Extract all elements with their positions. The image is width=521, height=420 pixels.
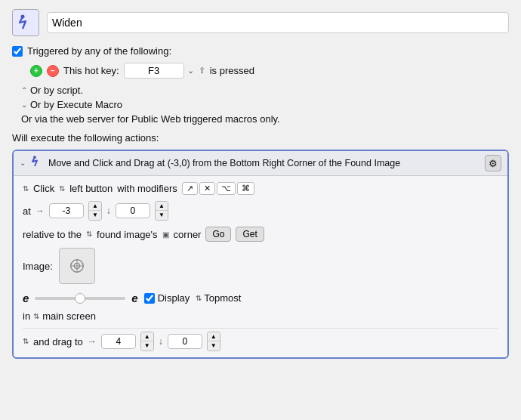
click-chevron[interactable]: ⇅ — [23, 185, 29, 193]
action-gear-btn[interactable]: ⚙ — [485, 155, 501, 171]
slider-left-label: e — [23, 292, 29, 304]
slider-right-label: e — [131, 292, 137, 304]
execute-macro-chevron[interactable]: ⌄ — [21, 101, 27, 109]
hotkey-label: This hot key: — [63, 65, 119, 76]
image-thumbnail[interactable] — [59, 248, 95, 284]
left-button-chevron[interactable]: ⇅ — [59, 185, 65, 193]
or-by-execute-macro-label: Or by Execute Macro — [30, 99, 122, 110]
drag-y-arrow-icon: ↓ — [159, 336, 163, 347]
action-body: ⇅ Click ⇅ left button with modifiers ↗ ✕… — [14, 176, 507, 357]
at-label: at — [23, 205, 31, 217]
mod-key-1[interactable]: ✕ — [199, 182, 215, 195]
modifiers-label: with modifiers — [117, 183, 177, 194]
triggered-label: Triggered by any of the following: — [27, 45, 171, 57]
y-stepper[interactable]: ▲ ▼ — [155, 201, 168, 221]
click-type-label: left button — [69, 183, 113, 194]
drag-x-stepper-down[interactable]: ▼ — [141, 341, 153, 351]
will-execute-label: Will execute the following actions: — [12, 132, 509, 144]
drag-y-input[interactable] — [168, 334, 202, 349]
image-row: Image: — [23, 248, 498, 284]
action-title: Move and Click and Drag at (-3,0) from t… — [48, 158, 400, 168]
display-checkbox[interactable] — [144, 293, 155, 304]
action-header: ⌄ Move and Click and Drag at (-3,0) from… — [14, 151, 507, 176]
drag-chevron[interactable]: ⇅ — [23, 338, 29, 345]
macro-icon — [12, 9, 39, 36]
action-collapse-btn[interactable]: ⌄ — [20, 159, 26, 167]
x-arrow-icon: → — [35, 205, 45, 216]
click-type-row: ⇅ Click ⇅ left button with modifiers ↗ ✕… — [23, 182, 498, 195]
screen-row: in ⇅ main screen — [23, 310, 498, 322]
corner-label: corner — [174, 229, 202, 240]
screen-in-label: in — [23, 310, 30, 322]
drag-y-stepper-down[interactable]: ▼ — [208, 341, 220, 351]
y-input[interactable] — [116, 203, 150, 218]
drag-y-stepper-up[interactable]: ▲ — [208, 332, 220, 341]
drag-to-label: and drag to — [33, 336, 83, 347]
relative-row: relative to the ⇅ found image's ▣ corner… — [23, 227, 498, 242]
display-check-row: Display — [144, 292, 190, 304]
is-pressed-label: is pressed — [210, 65, 254, 76]
web-server-row: Or via the web server for Public Web tri… — [21, 113, 509, 125]
triggered-checkbox[interactable] — [12, 46, 23, 57]
drag-x-stepper-up[interactable]: ▲ — [141, 332, 153, 341]
y-arrow-icon: ↓ — [106, 205, 111, 216]
topmost-chevron[interactable]: ⇅ — [196, 295, 202, 302]
drag-to-row: ⇅ and drag to → ▲ ▼ ↓ ▲ ▼ — [23, 332, 498, 351]
shift-icon: ⇧ — [199, 66, 205, 76]
drag-y-stepper[interactable]: ▲ ▼ — [207, 332, 220, 351]
drag-x-input[interactable] — [101, 334, 136, 349]
hotkey-row: + − This hot key: ⌄ ⇧ is pressed — [30, 63, 509, 79]
found-image-chevron[interactable]: ⇅ — [86, 230, 92, 238]
macro-header — [12, 9, 509, 36]
triggered-row: Triggered by any of the following: — [12, 45, 509, 57]
display-label: Display — [158, 292, 190, 304]
x-stepper-down[interactable]: ▼ — [89, 211, 101, 220]
svg-point-0 — [21, 15, 25, 19]
main-screen-label: main screen — [42, 310, 96, 322]
corner-icon: ▣ — [162, 230, 169, 239]
drag-x-stepper[interactable]: ▲ ▼ — [140, 332, 154, 351]
opacity-slider[interactable] — [35, 297, 125, 300]
action-title-icon — [30, 155, 44, 171]
action-block: ⌄ Move and Click and Drag at (-3,0) from… — [12, 150, 509, 359]
mod-key-0[interactable]: ↗ — [182, 182, 198, 195]
macro-name-input[interactable] — [47, 12, 509, 33]
action-header-left: ⌄ Move and Click and Drag at (-3,0) from… — [20, 155, 400, 171]
modifier-icons: ↗ ✕ ⌥ ⌘ — [182, 182, 254, 195]
hotkey-dropdown-arrow[interactable]: ⌄ — [187, 66, 194, 76]
drag-x-arrow-icon: → — [88, 336, 97, 347]
image-label: Image: — [23, 261, 53, 272]
hotkey-input[interactable] — [124, 63, 184, 79]
y-stepper-up[interactable]: ▲ — [156, 202, 168, 211]
remove-hotkey-btn[interactable]: − — [47, 65, 59, 77]
web-server-label: Or via the web server for Public Web tri… — [21, 113, 280, 125]
svg-point-1 — [33, 156, 36, 159]
x-stepper-up[interactable]: ▲ — [89, 202, 101, 211]
y-stepper-down[interactable]: ▼ — [156, 211, 168, 220]
screen-chevron[interactable]: ⇅ — [33, 313, 39, 320]
or-by-script-label: Or by script. — [30, 85, 83, 96]
topmost-row: ⇅ Topmost — [196, 292, 241, 304]
go-button[interactable]: Go — [205, 227, 231, 242]
click-label: Click — [33, 183, 54, 194]
slider-row: e e Display ⇅ Topmost — [23, 292, 498, 304]
hotkey-input-wrap: ⌄ — [124, 63, 194, 79]
xy-row: at → ▲ ▼ ↓ ▲ ▼ — [23, 201, 498, 221]
or-by-script-row: ⌃ Or by script. — [21, 85, 509, 96]
get-button[interactable]: Get — [236, 227, 264, 242]
x-stepper[interactable]: ▲ ▼ — [88, 201, 102, 221]
add-hotkey-btn[interactable]: + — [30, 65, 42, 77]
triggered-checkbox-label[interactable]: Triggered by any of the following: — [12, 45, 171, 57]
mod-key-3[interactable]: ⌘ — [237, 182, 254, 195]
divider — [23, 328, 498, 329]
script-chevron[interactable]: ⌃ — [21, 87, 27, 94]
found-image-label: found image's — [97, 229, 158, 240]
relative-label: relative to the — [23, 229, 82, 240]
topmost-label: Topmost — [204, 292, 241, 304]
x-input[interactable] — [49, 203, 84, 218]
mod-key-2[interactable]: ⌥ — [217, 182, 236, 195]
or-by-execute-macro-row: ⌄ Or by Execute Macro — [21, 99, 509, 110]
